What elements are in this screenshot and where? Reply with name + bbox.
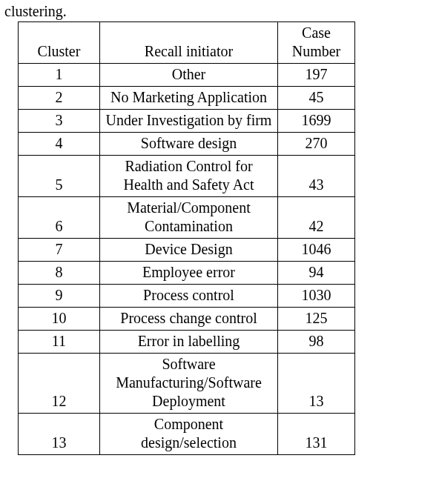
table-row: 3 Under Investigation by firm 1699 xyxy=(19,110,355,133)
cell-case-number: 270 xyxy=(278,133,355,156)
cell-cluster: 2 xyxy=(19,87,100,110)
cell-case-number: 43 xyxy=(278,156,355,197)
table-row: 10 Process change control 125 xyxy=(19,308,355,331)
cell-cluster: 10 xyxy=(19,308,100,331)
table-row: 9 Process control 1030 xyxy=(19,285,355,308)
cell-initiator: Material/Component Contamination xyxy=(100,197,278,239)
cell-case-number: 42 xyxy=(278,197,355,239)
cell-cluster: 13 xyxy=(19,414,100,455)
table-row: 12 Software Manufacturing/Software Deplo… xyxy=(19,354,355,414)
cell-initiator: Software design xyxy=(100,133,278,156)
cell-cluster: 9 xyxy=(19,285,100,308)
table-header-row: Cluster Recall initiator Case Number xyxy=(19,22,355,64)
cell-cluster: 5 xyxy=(19,156,100,197)
cell-initiator: Employee error xyxy=(100,262,278,285)
cell-initiator: Component design/selection xyxy=(100,414,278,455)
cell-initiator: Under Investigation by firm xyxy=(100,110,278,133)
cell-initiator: Radiation Control for Health and Safety … xyxy=(100,156,278,197)
cell-cluster: 3 xyxy=(19,110,100,133)
cell-cluster: 4 xyxy=(19,133,100,156)
cell-initiator: Other xyxy=(100,64,278,87)
table-body: 1 Other 197 2 No Marketing Application 4… xyxy=(19,64,355,455)
table-row: 8 Employee error 94 xyxy=(19,262,355,285)
table-row: 11 Error in labelling 98 xyxy=(19,331,355,354)
cell-cluster: 7 xyxy=(19,239,100,262)
table-row: 7 Device Design 1046 xyxy=(19,239,355,262)
cell-case-number: 98 xyxy=(278,331,355,354)
table-wrapper: Cluster Recall initiator Case Number 1 O… xyxy=(0,21,439,455)
cell-cluster: 11 xyxy=(19,331,100,354)
cell-case-number: 197 xyxy=(278,64,355,87)
cell-initiator: Error in labelling xyxy=(100,331,278,354)
cell-case-number: 125 xyxy=(278,308,355,331)
col-case-number: Case Number xyxy=(278,22,355,64)
cell-cluster: 6 xyxy=(19,197,100,239)
cell-case-number: 131 xyxy=(278,414,355,455)
table-row: 5 Radiation Control for Health and Safet… xyxy=(19,156,355,197)
cell-case-number: 1030 xyxy=(278,285,355,308)
col-cluster: Cluster xyxy=(19,22,100,64)
cell-cluster: 12 xyxy=(19,354,100,414)
table-row: 1 Other 197 xyxy=(19,64,355,87)
table-row: 2 No Marketing Application 45 xyxy=(19,87,355,110)
cell-initiator: Process change control xyxy=(100,308,278,331)
cell-initiator: Process control xyxy=(100,285,278,308)
cell-case-number: 1046 xyxy=(278,239,355,262)
table-row: 6 Material/Component Contamination 42 xyxy=(19,197,355,239)
cell-case-number: 45 xyxy=(278,87,355,110)
cell-cluster: 8 xyxy=(19,262,100,285)
cell-case-number: 13 xyxy=(278,354,355,414)
cell-case-number: 1699 xyxy=(278,110,355,133)
table-row: 4 Software design 270 xyxy=(19,133,355,156)
col-initiator: Recall initiator xyxy=(100,22,278,64)
cell-cluster: 1 xyxy=(19,64,100,87)
cell-initiator: No Marketing Application xyxy=(100,87,278,110)
cell-initiator: Device Design xyxy=(100,239,278,262)
table-caption: clustering. xyxy=(0,0,439,21)
cell-case-number: 94 xyxy=(278,262,355,285)
recall-table: Cluster Recall initiator Case Number 1 O… xyxy=(18,21,355,455)
table-row: 13 Component design/selection 131 xyxy=(19,414,355,455)
cell-initiator: Software Manufacturing/Software Deployme… xyxy=(100,354,278,414)
